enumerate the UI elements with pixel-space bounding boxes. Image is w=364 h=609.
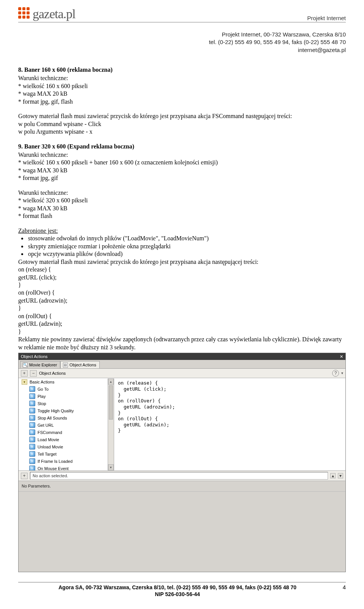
script-line: getURL (click); <box>18 274 346 281</box>
action-label: Load Movie <box>38 437 59 442</box>
action-item[interactable]: ≡On Mouse Event <box>19 465 108 470</box>
action-item[interactable]: ≡Get URL <box>19 421 108 429</box>
tab-movie-explorer[interactable]: 🔍 Movie Explorer <box>20 361 60 368</box>
action-label: Unload Movie <box>38 444 63 450</box>
forbidden-list: stosowanie odwołań do innych plików ("Lo… <box>27 235 346 258</box>
action-label: Toggle High Quality <box>38 408 74 413</box>
sound-note: Reklamy nie powinny zawierać dźwięków za… <box>18 336 346 351</box>
section-9-a1: * wielkość 160 x 600 pikseli + baner 160… <box>18 159 346 166</box>
action-label: Go To <box>38 387 49 392</box>
address-line2: tel. (0-22) 555 49 90, 555 49 94, faks (… <box>18 38 346 46</box>
script-line: } <box>18 281 346 289</box>
section-8-l2: * waga MAX 20 kB <box>18 90 346 98</box>
section-8-note1: Gotowy materiał flash musi zawierać przy… <box>18 112 346 120</box>
script-line: getURL (adrozwin); <box>18 297 346 304</box>
action-label: Get URL <box>38 423 54 428</box>
address-block: Projekt Internet, 00-732 Warszawa, Czers… <box>18 31 346 54</box>
document-body: 8. Baner 160 x 600 (reklama boczna) Waru… <box>18 66 346 572</box>
section-9-b1: * wielkość 320 x 600 pikseli <box>18 197 346 204</box>
panel-footbar: + No action selected. ▴ ▾ <box>19 470 345 481</box>
logo: gazeta.pl <box>18 7 75 21</box>
action-icon: ≡ <box>29 429 35 435</box>
section-8-note2: w polu Command wpisane - Click <box>18 120 346 128</box>
action-icon: ≡ <box>29 393 35 399</box>
tab-object-actions[interactable]: ▤ Object Actions <box>60 361 99 368</box>
action-icon: ≡ <box>29 422 35 428</box>
selection-status: No action selected. <box>30 472 328 480</box>
action-item[interactable]: ≡Load Movie <box>19 436 108 443</box>
object-actions-panel: Object Actions ✕ 🔍 Movie Explorer ▤ Obje… <box>18 353 346 572</box>
action-icon: ≡ <box>29 465 35 470</box>
script-line: } <box>18 328 346 336</box>
add-line-button[interactable]: + <box>21 473 28 479</box>
section-9-b2: * waga MAX 30 kB <box>18 205 346 212</box>
panel-titlebar: Object Actions ✕ <box>19 353 345 360</box>
logo-icon <box>18 7 30 21</box>
toolbar-label: Object Actions <box>39 371 66 376</box>
action-item[interactable]: ≡Toggle High Quality <box>19 407 108 414</box>
action-icon: ≡ <box>29 451 35 457</box>
remove-action-button[interactable]: − <box>30 370 37 377</box>
move-up-icon[interactable]: ▴ <box>330 473 336 478</box>
action-item[interactable]: ≡Stop <box>19 400 108 407</box>
dropdown-arrow-icon[interactable]: ▾ <box>341 371 343 376</box>
code-viewer: on (release) { getURL (click); } on (rol… <box>114 379 345 470</box>
page-footer: Agora SA, 00-732 Warszawa, Czerska 8/10,… <box>18 582 346 598</box>
action-item[interactable]: ≡Go To <box>19 385 108 393</box>
page-header: gazeta.pl Projekt Internet <box>18 7 346 22</box>
section-9-title: 9. Baner 320 x 600 (Expand reklama boczn… <box>18 143 346 150</box>
address-line1: Projekt Internet, 00-732 Warszawa, Czers… <box>18 31 346 38</box>
action-label: Stop <box>38 401 46 406</box>
script-line: } <box>18 304 346 312</box>
section-9-wt1: Warunki techniczne: <box>18 151 346 159</box>
section-8-l1: * wielkość 160 x 600 pikseli <box>18 82 346 90</box>
action-item[interactable]: ≡Tell Target <box>19 450 108 458</box>
add-action-button[interactable]: + <box>21 370 28 377</box>
action-label: Stop All Sounds <box>38 415 67 421</box>
section-8-title: 8. Baner 160 x 600 (reklama boczna) <box>18 66 346 74</box>
close-icon[interactable]: ✕ <box>340 354 343 359</box>
parameters-area <box>19 491 345 572</box>
script-line: getURL (adzwin); <box>18 320 346 328</box>
tab-label: Movie Explorer <box>29 362 57 368</box>
forbidden-item: stosowanie odwołań do innych plików ("Lo… <box>27 235 346 242</box>
scrollbar[interactable]: ▴ ▾ <box>108 379 114 470</box>
folder-basic-actions[interactable]: ▾ Basic Actions <box>19 379 108 385</box>
object-actions-icon: ▤ <box>63 363 68 368</box>
help-icon[interactable]: ? <box>332 370 339 377</box>
section-9-a2: * waga MAX 30 kB <box>18 167 346 174</box>
action-item[interactable]: ≡Stop All Sounds <box>19 414 108 421</box>
project-label: Projekt Internet <box>307 15 346 21</box>
action-label: Play <box>38 394 46 399</box>
panel-title-text: Object Actions <box>21 354 47 359</box>
script-line: on (rollOut) { <box>18 312 346 320</box>
scroll-up-icon[interactable]: ▴ <box>108 379 114 385</box>
footer-line1: Agora SA, 00-732 Warszawa, Czerska 8/10,… <box>18 584 337 591</box>
parameters-label: No Parameters. <box>19 481 345 491</box>
move-down-icon[interactable]: ▾ <box>338 473 343 478</box>
address-line3: internet@gazeta.pl <box>18 46 346 54</box>
movie-explorer-icon: 🔍 <box>23 363 28 368</box>
action-icon: ≡ <box>29 386 35 392</box>
action-item[interactable]: ≡Play <box>19 393 108 400</box>
script-line: on (release) { <box>18 266 346 273</box>
action-label: If Frame Is Loaded <box>38 459 72 464</box>
section-8-note3: w polu Arguments wpisane - x <box>18 128 346 136</box>
scroll-thumb[interactable] <box>109 385 113 420</box>
section-9-wt2: Warunki techniczne: <box>18 189 346 197</box>
logo-text: gazeta.pl <box>33 7 75 21</box>
action-icon: ≡ <box>29 437 35 442</box>
action-item[interactable]: ≡If Frame Is Loaded <box>19 458 108 465</box>
action-label: On Mouse Event <box>38 466 69 470</box>
action-item[interactable]: ≡FSCommand <box>19 429 108 436</box>
action-item[interactable]: ≡Unload Movie <box>19 443 108 450</box>
action-icon: ≡ <box>29 458 35 464</box>
action-label: FSCommand <box>38 430 62 435</box>
scroll-down-icon[interactable]: ▾ <box>108 464 114 470</box>
section-9-a3: * format jpg, gif <box>18 174 346 182</box>
panel-toolbar: + − Object Actions ? ▾ <box>19 369 345 378</box>
action-icon: ≡ <box>29 415 35 421</box>
forbidden-title: Zabronione jest: <box>18 227 346 235</box>
action-icon: ≡ <box>29 401 35 406</box>
script-line: on (rollOver) { <box>18 289 346 297</box>
